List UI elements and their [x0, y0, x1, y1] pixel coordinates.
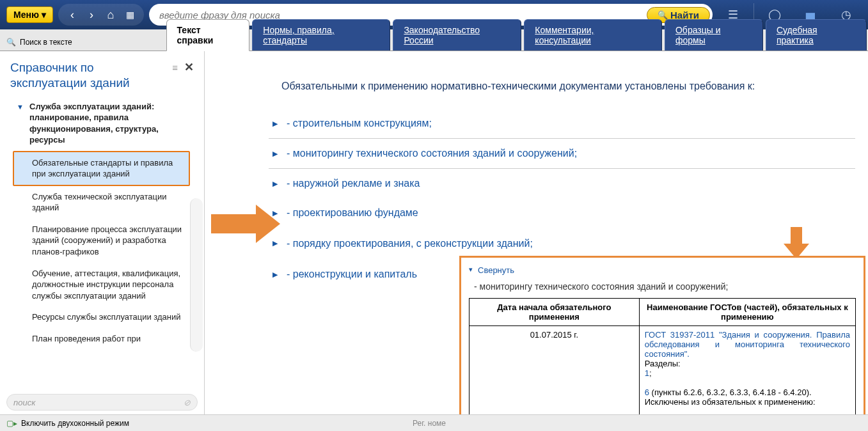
tab-comments[interactable]: Комментарии, консультации — [524, 19, 662, 51]
footer: ▢▸ Включить двухоконный режим Рег. номе — [0, 414, 868, 431]
tab-law[interactable]: Законодательство России — [393, 19, 521, 51]
split-label: Включить двухоконный режим — [21, 419, 129, 428]
split-mode-toggle[interactable]: ▢▸ Включить двухоконный режим — [6, 419, 129, 428]
section-6-link[interactable]: 6 — [645, 388, 649, 397]
search-input[interactable] — [159, 10, 647, 20]
sidebar-title: Справочник по эксплуатации зданий — [10, 60, 172, 91]
menu-button[interactable]: Меню ▾ — [6, 6, 53, 23]
sidebar-search-placeholder: поиск — [13, 398, 35, 407]
sidebar-scrollbar[interactable] — [190, 198, 203, 352]
doc-link-constructions[interactable]: - строительным конструкциям; — [269, 109, 855, 139]
text-search-label: Поиск в тексте — [20, 38, 72, 47]
excluded-label: Исключены из обязательных к применению: — [645, 397, 816, 407]
th-date: Дата начала обязательного применения — [470, 299, 640, 326]
split-icon: ▢▸ — [6, 419, 17, 428]
sections-label: Разделы: — [645, 359, 681, 368]
sidebar-search[interactable]: поиск ⊘ — [6, 394, 198, 411]
tree-item-resources[interactable]: Ресурсы службы эксплуатации зданий — [13, 306, 190, 328]
sidebar-header-icons: ≡ ✕ — [172, 60, 194, 74]
tab-norms[interactable]: Нормы, правила, стандарты — [252, 19, 390, 51]
nav-icons-group: ‹ › ⌂ ▦ — [58, 4, 144, 26]
doc-heading: Обязательными к применению нормативно-те… — [281, 81, 855, 92]
collapse-link[interactable]: Свернуть — [469, 262, 856, 280]
reg-number-label: Рег. номе — [413, 419, 446, 428]
tree-item-planning[interactable]: Планирование процесса эксплуатации здани… — [13, 219, 190, 263]
doc-link-order[interactable]: - порядку проектирования, с реконструкци… — [269, 228, 855, 260]
gost-table: Дата начала обязательного применения Наи… — [469, 298, 856, 414]
content-area: Обязательными к применению нормативно-те… — [205, 51, 868, 414]
doc-link-advertising[interactable]: - наружной рекламе и знака — [269, 169, 855, 198]
tab-text[interactable]: Текст справки — [166, 19, 250, 51]
collapse-icon: ▼ — [17, 102, 24, 112]
detail-popup: Свернуть - мониторингу технического сост… — [459, 256, 865, 414]
apps-icon[interactable]: ▦ — [121, 6, 139, 24]
table-row: 01.07.2015 г. ГОСТ 31937-2011 "Здания и … — [470, 326, 856, 415]
menu-label: Меню — [13, 10, 39, 20]
clear-icon[interactable]: ⊘ — [184, 398, 191, 407]
list-icon[interactable]: ≡ — [172, 62, 178, 73]
tree-item-service[interactable]: Служба технической эксплуатации зданий — [13, 186, 190, 219]
table-header-row: Дата начала обязательного применения Наи… — [470, 299, 856, 326]
th-gost: Наименование ГОСТов (частей), обязательн… — [639, 299, 855, 326]
home-icon[interactable]: ⌂ — [102, 6, 120, 24]
section-6-brackets: (пункты 6.2.6, 6.3.2, 6.3.3, 6.4.18 - 6.… — [649, 388, 812, 397]
gost-link[interactable]: ГОСТ 31937-2011 "Здания и сооружения. Пр… — [645, 330, 850, 359]
forward-icon[interactable]: › — [83, 6, 100, 24]
cell-gost: ГОСТ 31937-2011 "Здания и сооружения. Пр… — [639, 326, 855, 415]
doc-link-monitoring[interactable]: - мониторингу технического состояния зда… — [269, 139, 855, 169]
tree-item-standards[interactable]: Обязательные стандарты и правила при экс… — [13, 151, 190, 186]
cell-date: 01.07.2015 г. — [470, 326, 640, 415]
popup-subtitle: - мониторингу технического состояния зда… — [469, 280, 856, 298]
main: Справочник по эксплуатации зданий ≡ ✕ ▼ … — [0, 51, 868, 414]
tab-court[interactable]: Судебная практика — [766, 19, 867, 51]
tree-item-root[interactable]: ▼ Служба эксплуатации зданий: планирован… — [13, 96, 190, 151]
tab-templates[interactable]: Образцы и формы — [665, 19, 763, 51]
doc-link-foundation[interactable]: - проектированию фундаме — [269, 198, 855, 228]
tree-item-workplan[interactable]: План проведения работ при — [13, 328, 190, 350]
search-icon: 🔍 — [658, 10, 668, 20]
tree-item-training[interactable]: Обучение, аттестация, квалификация, долж… — [13, 263, 190, 307]
chevron-down-icon: ▾ — [42, 10, 46, 20]
back-icon[interactable]: ‹ — [63, 6, 81, 24]
sidebar: Справочник по эксплуатации зданий ≡ ✕ ▼ … — [0, 51, 205, 414]
tabs-row: 🔍 Поиск в тексте Текст справки Нормы, пр… — [0, 29, 868, 51]
find-label: Найти — [670, 10, 699, 20]
sidebar-header: Справочник по эксплуатации зданий ≡ ✕ — [0, 51, 204, 96]
text-search-tool[interactable]: 🔍 Поиск в тексте — [0, 34, 165, 51]
search-icon: 🔍 — [6, 38, 16, 47]
close-icon[interactable]: ✕ — [184, 60, 194, 74]
section-1-link[interactable]: 1 — [645, 368, 649, 378]
nav-tree: ▼ Служба эксплуатации зданий: планирован… — [0, 96, 204, 391]
